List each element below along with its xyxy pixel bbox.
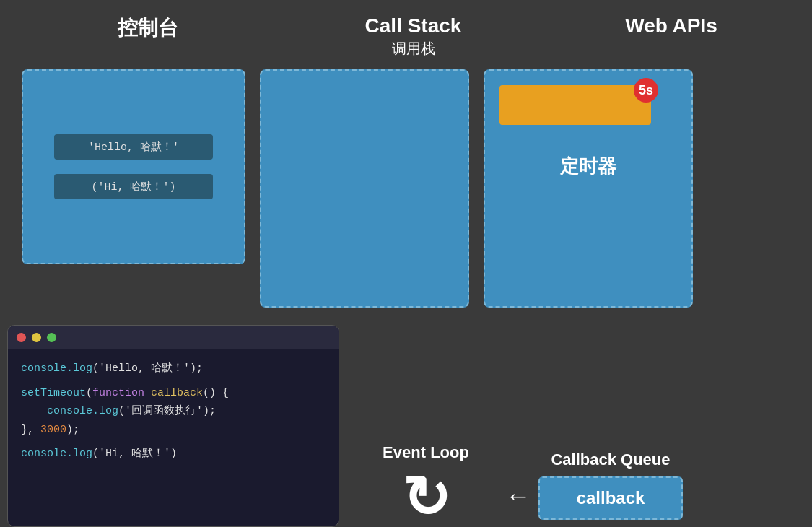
code-line-2: setTimeout(function callback() { bbox=[21, 384, 326, 403]
console-output-1: 'Hello, 哈默！' bbox=[54, 134, 213, 160]
main-container: 控制台 Call Stack 调用栈 Web APIs 'Hello, 哈默！'… bbox=[0, 0, 812, 527]
code-editor: console.log('Hello, 哈默！'); setTimeout(fu… bbox=[7, 325, 339, 527]
header-row: 控制台 Call Stack 调用栈 Web APIs bbox=[22, 14, 790, 58]
code-line-5: console.log('Hi, 哈默！') bbox=[21, 445, 326, 463]
callback-queue-label: Callback Queue bbox=[551, 450, 670, 469]
console-panel: 'Hello, 哈默！' ('Hi, 哈默！') bbox=[22, 69, 245, 264]
webapis-main-label: Web APIs bbox=[567, 14, 776, 38]
maximize-dot bbox=[47, 333, 56, 342]
editor-body: console.log('Hello, 哈默！'); setTimeout(fu… bbox=[8, 349, 339, 474]
callstack-main-label: Call Stack bbox=[309, 14, 518, 38]
console-output-2: ('Hi, 哈默！') bbox=[54, 174, 213, 199]
console-main-label: 控制台 bbox=[36, 14, 260, 42]
code-settimeout: setTimeout bbox=[21, 387, 86, 399]
timer-label: 定时器 bbox=[560, 154, 616, 179]
code-console-1: console.log bbox=[21, 362, 92, 375]
code-line-1: console.log('Hello, 哈默！'); bbox=[21, 360, 326, 378]
webapis-title: Web APIs bbox=[567, 14, 776, 38]
timer-bar: 5s bbox=[499, 85, 651, 125]
refresh-icon: ↻ bbox=[402, 469, 450, 527]
code-line-4: }, 3000); bbox=[21, 421, 326, 440]
timer-badge: 5s bbox=[634, 78, 658, 103]
timer-bar-container: 5s bbox=[499, 85, 677, 125]
code-line-3: console.log('回调函数执行'); bbox=[21, 402, 326, 421]
console-title: 控制台 bbox=[36, 14, 260, 42]
callback-queue-area: Callback Queue callback bbox=[538, 450, 683, 520]
webapis-panel: 5s 定时器 bbox=[484, 69, 693, 308]
minimize-dot bbox=[32, 333, 41, 342]
event-loop-label: Event Loop bbox=[383, 443, 469, 462]
close-dot bbox=[17, 333, 26, 342]
callback-queue-item: callback bbox=[538, 476, 683, 520]
callstack-panel bbox=[260, 69, 469, 308]
event-loop-area: Event Loop ↻ bbox=[354, 443, 498, 527]
event-loop-section: Event Loop ↻ ← Callback Queue callback bbox=[354, 443, 683, 527]
editor-titlebar bbox=[8, 326, 339, 349]
callstack-sub-label: 调用栈 bbox=[309, 39, 518, 58]
arrow-left-icon: ← bbox=[505, 481, 531, 511]
callstack-title: Call Stack 调用栈 bbox=[309, 14, 518, 58]
